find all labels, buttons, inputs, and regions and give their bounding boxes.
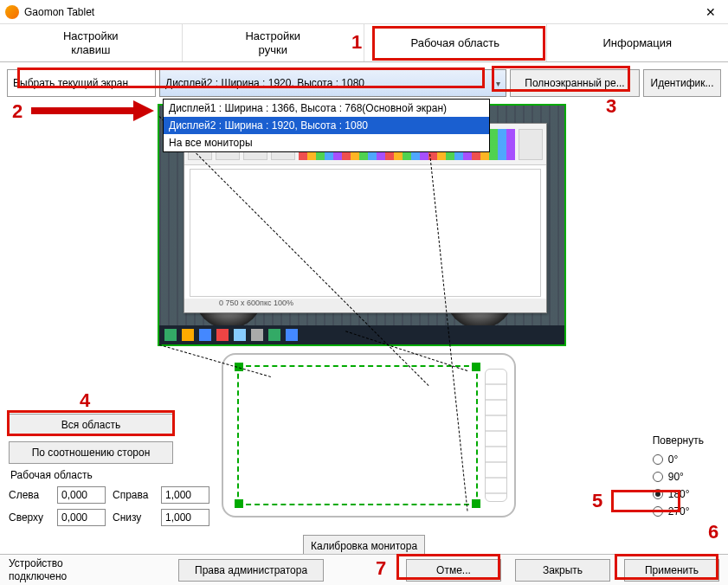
cancel-button[interactable]: Отме...: [406, 559, 501, 582]
display-selector-row: Выбрать текущий экран Дисплей2 : Ширина …: [7, 69, 721, 97]
dropdown-option-all-monitors[interactable]: На все мониторы: [164, 134, 489, 151]
left-panel: Вся область По соотношению сторон Рабоча…: [9, 414, 194, 526]
tab-pen[interactable]: Настройки ручки: [183, 24, 365, 61]
radio-icon: [653, 472, 663, 482]
taskbar: [159, 325, 564, 344]
chevron-down-icon: ▾: [496, 79, 500, 88]
rotate-270[interactable]: 270°: [653, 505, 704, 518]
taskbar-icon: [234, 329, 246, 341]
rotate-title: Повернуть: [653, 434, 704, 447]
titlebar: Gaomon Tablet ✕: [0, 0, 728, 24]
label-bottom: Снизу: [113, 511, 156, 524]
admin-rights-button[interactable]: Права администратора: [178, 559, 324, 582]
dropdown-option-display2[interactable]: Дисплей2 : Ширина : 1920, Высота : 1080: [164, 117, 489, 134]
taskbar-icon: [251, 329, 263, 341]
tab-bar: Настройки клавиш Настройки ручки Рабочая…: [0, 24, 728, 62]
app-icon: [5, 5, 19, 19]
input-left[interactable]: [57, 486, 106, 504]
ribbon-group: [519, 129, 543, 160]
rotate-90[interactable]: 90°: [653, 471, 704, 483]
label-left: Слева: [9, 489, 52, 501]
rotate-270-label: 270°: [668, 505, 690, 518]
dropdown-option-display1[interactable]: Дисплей1 : Ширина : 1366, Высота : 768(О…: [164, 100, 489, 117]
taskbar-icon: [199, 329, 211, 341]
taskbar-icon: [268, 329, 280, 341]
annotation-label-4: 4: [80, 389, 90, 412]
work-area-title: Рабочая область: [10, 469, 194, 481]
select-screen-label: Выбрать текущий экран: [7, 69, 156, 97]
bottom-bar: Устройство подключено Права администрато…: [0, 554, 728, 585]
taskbar-icon: [216, 329, 229, 341]
taskbar-icon: [164, 329, 177, 341]
identify-button[interactable]: Идентифик...: [643, 69, 721, 97]
rotate-180-label: 180°: [668, 488, 690, 500]
device-status: Устройство подключено: [9, 557, 164, 582]
close-button[interactable]: Закрыть: [515, 559, 610, 582]
paint-canvas: [190, 169, 541, 297]
paint-statusbar: 0 750 x 600пкс 100%: [184, 299, 546, 312]
radio-icon: [653, 506, 663, 517]
tablet-side-buttons: [485, 369, 507, 502]
radio-icon: [653, 489, 663, 499]
window-title: Gaomon Tablet: [24, 6, 693, 18]
work-area-inputs: Слева Справа Сверху Снизу: [9, 486, 194, 526]
rotate-panel: Повернуть 0° 90° 180° 270°: [653, 434, 704, 523]
tab-work-area[interactable]: Рабочая область: [364, 24, 547, 61]
display-combobox[interactable]: Дисплей2 : Ширина : 1920, Высота : 1080 …: [159, 69, 506, 97]
label-right: Справа: [113, 489, 156, 501]
handle-bl[interactable]: [235, 499, 243, 508]
rotate-90-label: 90°: [668, 471, 684, 483]
annotation-label-2: 2: [12, 100, 23, 123]
rotate-0[interactable]: 0°: [653, 453, 704, 466]
input-right[interactable]: [161, 486, 209, 504]
input-bottom[interactable]: [161, 509, 209, 526]
close-icon[interactable]: ✕: [693, 0, 728, 24]
handle-br[interactable]: [472, 499, 480, 508]
input-top[interactable]: [57, 509, 106, 526]
apply-button[interactable]: Применить: [624, 559, 719, 582]
rotate-0-label: 0°: [668, 453, 678, 466]
rotate-180[interactable]: 180°: [653, 488, 704, 500]
handle-tr[interactable]: [472, 363, 480, 371]
taskbar-icon: [286, 329, 298, 341]
aspect-ratio-button[interactable]: По соотношению сторон: [9, 441, 173, 464]
tablet-active-area[interactable]: [237, 365, 478, 505]
display-dropdown[interactable]: Дисплей1 : Ширина : 1366, Высота : 768(О…: [163, 99, 490, 152]
label-top: Сверху: [9, 511, 52, 524]
display-selected: Дисплей2 : Ширина : 1920, Высота : 1080: [165, 77, 364, 89]
taskbar-icon: [182, 329, 194, 341]
tablet-preview: [222, 353, 516, 518]
annotation-label-3: 3: [606, 95, 616, 118]
full-area-button[interactable]: Вся область: [9, 414, 173, 436]
annotation-label-6: 6: [708, 521, 718, 543]
radio-icon: [653, 454, 663, 465]
tab-info[interactable]: Информация: [547, 24, 729, 61]
annotation-label-5: 5: [592, 490, 602, 512]
fullscreen-button[interactable]: Полноэкранный ре...: [510, 69, 640, 97]
tab-keys[interactable]: Настройки клавиш: [0, 24, 183, 61]
